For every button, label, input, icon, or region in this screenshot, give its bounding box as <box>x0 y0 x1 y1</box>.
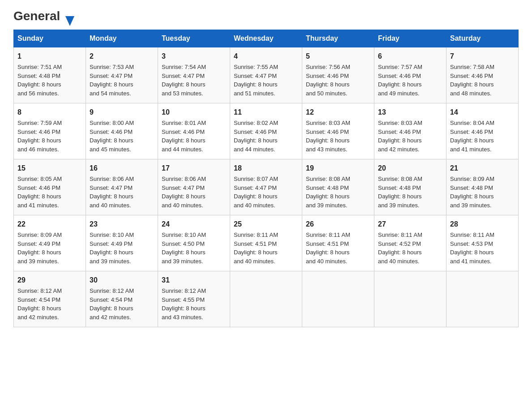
day-info: Sunrise: 7:57 AMSunset: 4:46 PMDaylight:… <box>378 64 422 97</box>
day-number: 14 <box>450 107 515 118</box>
day-cell: 24Sunrise: 8:10 AMSunset: 4:50 PMDayligh… <box>158 215 230 271</box>
logo: General <box>13 9 65 21</box>
day-info: Sunrise: 8:00 AMSunset: 4:46 PMDaylight:… <box>90 120 134 153</box>
col-header-saturday: Saturday <box>446 30 519 47</box>
week-row-5: 29Sunrise: 8:12 AMSunset: 4:54 PMDayligh… <box>14 271 519 327</box>
day-cell: 29Sunrise: 8:12 AMSunset: 4:54 PMDayligh… <box>14 271 86 327</box>
day-info: Sunrise: 8:11 AMSunset: 4:52 PMDaylight:… <box>378 231 422 265</box>
day-info: Sunrise: 8:09 AMSunset: 4:49 PMDaylight:… <box>17 231 62 265</box>
week-row-2: 8Sunrise: 7:59 AMSunset: 4:46 PMDaylight… <box>14 103 519 159</box>
day-info: Sunrise: 8:01 AMSunset: 4:46 PMDaylight:… <box>162 120 206 153</box>
day-cell: 5Sunrise: 7:56 AMSunset: 4:46 PMDaylight… <box>302 47 374 103</box>
day-cell: 8Sunrise: 7:59 AMSunset: 4:46 PMDaylight… <box>14 103 86 159</box>
day-number: 9 <box>90 107 154 118</box>
week-row-1: 1Sunrise: 7:51 AMSunset: 4:48 PMDaylight… <box>14 47 519 103</box>
day-info: Sunrise: 8:03 AMSunset: 4:46 PMDaylight:… <box>306 120 350 153</box>
day-info: Sunrise: 7:56 AMSunset: 4:46 PMDaylight:… <box>306 64 350 97</box>
day-cell: 23Sunrise: 8:10 AMSunset: 4:49 PMDayligh… <box>86 215 158 271</box>
day-cell: 6Sunrise: 7:57 AMSunset: 4:46 PMDaylight… <box>374 47 446 103</box>
day-info: Sunrise: 8:06 AMSunset: 4:47 PMDaylight:… <box>162 176 206 209</box>
day-number: 5 <box>306 51 370 62</box>
day-info: Sunrise: 7:53 AMSunset: 4:47 PMDaylight:… <box>90 64 134 97</box>
day-cell: 3Sunrise: 7:54 AMSunset: 4:47 PMDaylight… <box>158 47 230 103</box>
day-number: 4 <box>234 51 298 62</box>
day-info: Sunrise: 7:58 AMSunset: 4:46 PMDaylight:… <box>450 64 494 97</box>
day-info: Sunrise: 8:08 AMSunset: 4:48 PMDaylight:… <box>306 176 350 209</box>
calendar-table: SundayMondayTuesdayWednesdayThursdayFrid… <box>13 30 519 327</box>
day-cell: 7Sunrise: 7:58 AMSunset: 4:46 PMDaylight… <box>446 47 519 103</box>
day-info: Sunrise: 8:11 AMSunset: 4:53 PMDaylight:… <box>450 231 494 265</box>
day-info: Sunrise: 8:03 AMSunset: 4:46 PMDaylight:… <box>378 120 422 153</box>
day-number: 23 <box>90 219 154 230</box>
day-number: 2 <box>90 51 154 62</box>
day-cell: 26Sunrise: 8:11 AMSunset: 4:51 PMDayligh… <box>302 215 374 271</box>
day-number: 11 <box>234 107 298 118</box>
day-cell: 27Sunrise: 8:11 AMSunset: 4:52 PMDayligh… <box>374 215 446 271</box>
day-number: 25 <box>234 219 298 230</box>
day-number: 16 <box>90 163 154 174</box>
day-info: Sunrise: 8:12 AMSunset: 4:55 PMDaylight:… <box>162 287 206 321</box>
day-number: 30 <box>90 275 154 286</box>
day-cell: 11Sunrise: 8:02 AMSunset: 4:46 PMDayligh… <box>230 103 302 159</box>
day-number: 22 <box>17 219 82 230</box>
col-header-tuesday: Tuesday <box>158 30 230 47</box>
day-cell: 16Sunrise: 8:06 AMSunset: 4:47 PMDayligh… <box>86 159 158 215</box>
day-cell: 31Sunrise: 8:12 AMSunset: 4:55 PMDayligh… <box>158 271 230 327</box>
day-cell: 12Sunrise: 8:03 AMSunset: 4:46 PMDayligh… <box>302 103 374 159</box>
day-cell <box>446 271 519 327</box>
day-cell: 22Sunrise: 8:09 AMSunset: 4:49 PMDayligh… <box>14 215 86 271</box>
day-cell: 13Sunrise: 8:03 AMSunset: 4:46 PMDayligh… <box>374 103 446 159</box>
day-number: 17 <box>162 163 226 174</box>
day-cell: 14Sunrise: 8:04 AMSunset: 4:46 PMDayligh… <box>446 103 519 159</box>
week-row-4: 22Sunrise: 8:09 AMSunset: 4:49 PMDayligh… <box>14 215 519 271</box>
day-number: 8 <box>17 107 82 118</box>
day-number: 19 <box>306 163 370 174</box>
day-info: Sunrise: 8:10 AMSunset: 4:50 PMDaylight:… <box>162 231 206 265</box>
day-cell <box>230 271 302 327</box>
day-info: Sunrise: 8:08 AMSunset: 4:48 PMDaylight:… <box>378 176 422 209</box>
day-info: Sunrise: 8:12 AMSunset: 4:54 PMDaylight:… <box>90 287 134 321</box>
day-number: 18 <box>234 163 298 174</box>
day-cell: 21Sunrise: 8:09 AMSunset: 4:48 PMDayligh… <box>446 159 519 215</box>
day-number: 24 <box>162 219 226 230</box>
col-header-thursday: Thursday <box>302 30 374 47</box>
logo-general: General <box>13 9 60 23</box>
day-cell: 15Sunrise: 8:05 AMSunset: 4:46 PMDayligh… <box>14 159 86 215</box>
col-header-friday: Friday <box>374 30 446 47</box>
day-cell: 2Sunrise: 7:53 AMSunset: 4:47 PMDaylight… <box>86 47 158 103</box>
day-info: Sunrise: 8:12 AMSunset: 4:54 PMDaylight:… <box>17 287 62 321</box>
day-info: Sunrise: 7:55 AMSunset: 4:47 PMDaylight:… <box>234 64 278 97</box>
day-info: Sunrise: 7:51 AMSunset: 4:48 PMDaylight:… <box>17 64 62 97</box>
day-info: Sunrise: 8:07 AMSunset: 4:47 PMDaylight:… <box>234 176 278 209</box>
svg-marker-0 <box>65 16 74 26</box>
day-cell: 10Sunrise: 8:01 AMSunset: 4:46 PMDayligh… <box>158 103 230 159</box>
col-header-sunday: Sunday <box>14 30 86 47</box>
col-header-wednesday: Wednesday <box>230 30 302 47</box>
day-cell: 1Sunrise: 7:51 AMSunset: 4:48 PMDaylight… <box>14 47 86 103</box>
day-cell <box>374 271 446 327</box>
day-number: 15 <box>17 163 82 174</box>
day-cell: 17Sunrise: 8:06 AMSunset: 4:47 PMDayligh… <box>158 159 230 215</box>
day-info: Sunrise: 8:06 AMSunset: 4:47 PMDaylight:… <box>90 176 134 209</box>
day-number: 10 <box>162 107 226 118</box>
day-cell <box>302 271 374 327</box>
day-number: 20 <box>378 163 442 174</box>
day-number: 21 <box>450 163 515 174</box>
day-info: Sunrise: 8:11 AMSunset: 4:51 PMDaylight:… <box>234 231 278 265</box>
day-cell: 20Sunrise: 8:08 AMSunset: 4:48 PMDayligh… <box>374 159 446 215</box>
day-number: 12 <box>306 107 370 118</box>
day-info: Sunrise: 8:10 AMSunset: 4:49 PMDaylight:… <box>90 231 134 265</box>
day-number: 27 <box>378 219 442 230</box>
day-number: 6 <box>378 51 442 62</box>
day-cell: 9Sunrise: 8:00 AMSunset: 4:46 PMDaylight… <box>86 103 158 159</box>
day-number: 26 <box>306 219 370 230</box>
col-header-monday: Monday <box>86 30 158 47</box>
page-header: General <box>13 9 519 21</box>
day-number: 31 <box>162 275 226 286</box>
day-info: Sunrise: 8:04 AMSunset: 4:46 PMDaylight:… <box>450 120 494 153</box>
day-cell: 28Sunrise: 8:11 AMSunset: 4:53 PMDayligh… <box>446 215 519 271</box>
day-cell: 4Sunrise: 7:55 AMSunset: 4:47 PMDaylight… <box>230 47 302 103</box>
day-number: 1 <box>17 51 82 62</box>
day-info: Sunrise: 8:05 AMSunset: 4:46 PMDaylight:… <box>17 176 62 209</box>
day-number: 7 <box>450 51 515 62</box>
